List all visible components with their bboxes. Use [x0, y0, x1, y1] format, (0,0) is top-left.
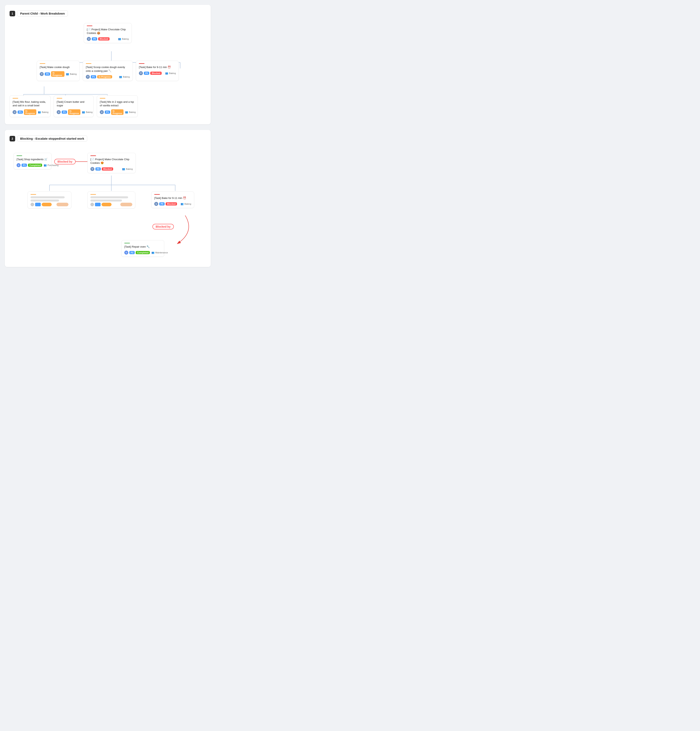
l1c2-footer: U P0 Blocked 👥 Baking: [139, 71, 176, 75]
l1c2-left: U P0 Blocked: [139, 71, 161, 75]
root-priority-badge: P0: [92, 37, 97, 41]
bake-team-icon: 👥: [181, 203, 183, 205]
root-avatar: U: [87, 37, 91, 41]
row1: [Task] Shop ingredients 🛒 U P1 Completed…: [13, 153, 51, 169]
l1c2-team: 👥 Baking: [165, 72, 176, 75]
l2c1-team-label: Baking: [86, 111, 92, 113]
connector-spacer-2: [10, 81, 206, 95]
l2c1-team: 👥 Baking: [82, 111, 92, 113]
repair-card-wrap: [Task] Repair oven 🔧 U P2 Completed 👥 Ma…: [121, 240, 164, 257]
bake-left: U P0 Blocked: [154, 202, 177, 206]
l1c0-priority: P0: [45, 72, 50, 76]
root-team-icon: 👥: [118, 38, 121, 40]
bc2-status-bar: [101, 203, 112, 206]
level1-card-0[interactable]: [Task] Make cookie dough U P0 In Progres…: [37, 61, 79, 81]
level2-card-2[interactable]: [Task] Mix in 2 eggs and a tsp of vanill…: [97, 95, 138, 117]
l1c1-title: [Task] Scoop cookie dough evenly onto a …: [86, 65, 130, 73]
blocked-by-label-2: Blocked by: [153, 224, 174, 229]
l1c2-team-label: Baking: [169, 72, 176, 75]
bc1-line1: [31, 196, 65, 198]
repair-team-icon: 👥: [151, 251, 154, 254]
l1c1-avatar: U: [86, 75, 90, 79]
l2c0-status: In Progress: [24, 109, 36, 115]
bc1-priority-bar: [35, 203, 41, 206]
root-row: [📄 Project] Make Chocolate Chip Cookies …: [10, 23, 206, 43]
bc1-accent: [31, 194, 36, 195]
bc1-line2: [31, 200, 59, 201]
section1-title: Parent Child - Work Breakdown: [17, 10, 68, 16]
blurred-card-1: [28, 192, 72, 208]
bc2-right: [120, 203, 132, 206]
section2-title: Blocking - Escalate stopped/not started …: [17, 135, 87, 142]
shop-team-icon: 👥: [44, 164, 47, 167]
shop-accent: [16, 156, 22, 156]
bc2-footer: [90, 203, 132, 206]
shop-card[interactable]: [Task] Shop ingredients 🛒 U P1 Completed…: [13, 153, 51, 169]
level1-card-1[interactable]: [Task] Scoop cookie dough evenly onto a …: [83, 61, 133, 81]
l2c2-footer: U P1 In Progress 👥 Baking: [100, 109, 135, 115]
bc1-right: [56, 203, 69, 206]
l2c2-status: In Progress: [111, 109, 123, 115]
level2-card-0[interactable]: [Task] Mix flour, baking soda, and salt …: [10, 95, 50, 117]
bake-team-label: Baking: [184, 203, 191, 205]
l2c0-title: [Task] Mix flour, baking soda, and salt …: [13, 100, 47, 107]
root-card-left: U P0 Blocked: [87, 37, 110, 41]
l1c2-accent: [139, 63, 144, 64]
level1-row: [Task] Make cookie dough U P0 In Progres…: [10, 61, 206, 81]
l1c2-avatar: U: [139, 71, 143, 75]
l2c2-title: [Task] Mix in 2 eggs and a tsp of vanill…: [100, 100, 135, 107]
level2-card-1[interactable]: [Task] Cream butter and sugar U P1 In Pr…: [54, 95, 94, 117]
l2c1-accent: [57, 98, 62, 98]
section2-header: 2 Blocking - Escalate stopped/not starte…: [10, 135, 206, 142]
l2c1-priority: P1: [62, 110, 67, 114]
bake-title: [Task] Bake for 9-11 min ⏰: [154, 196, 191, 200]
bake-priority: P0: [159, 202, 164, 206]
project-priority: P0: [95, 167, 101, 170]
l1c0-team: 👥 Baking: [66, 73, 76, 75]
bc2-accent: [90, 194, 96, 195]
section2: 2 Blocking - Escalate stopped/not starte…: [5, 130, 211, 267]
project-card[interactable]: [📄 Project] Make Chocolate Chip Cookies …: [87, 153, 136, 173]
l2c0-team-label: Baking: [42, 111, 48, 113]
l2c0-left: U P1 In Progress: [13, 109, 36, 115]
repair-priority: P2: [129, 251, 135, 254]
l2c2-team-icon: 👥: [125, 111, 128, 113]
project-team-icon: 👥: [122, 167, 125, 170]
shop-footer: U P1 Completed 👥 Purchasing: [16, 163, 48, 167]
repair-avatar: U: [124, 251, 128, 255]
project-title: [📄 Project] Make Chocolate Chip Cookies …: [90, 158, 133, 165]
project-status: Blocked: [102, 167, 113, 170]
l2c0-footer: U P1 In Progress 👥 Baking: [13, 109, 47, 115]
root-card[interactable]: [📄 Project] Make Chocolate Chip Cookies …: [84, 23, 132, 43]
l1c0-accent: [40, 63, 45, 64]
l2c1-avatar: U: [57, 110, 61, 114]
l1c0-team-label: Baking: [70, 73, 76, 75]
bake-footer: U P0 Blocked 👥 Baking: [154, 202, 191, 206]
shop-title: [Task] Shop ingredients 🛒: [16, 158, 48, 161]
level1-card-2[interactable]: [Task] Bake for 9-11 min ⏰ U P0 Blocked …: [136, 61, 179, 81]
bc1-footer: [31, 203, 69, 206]
blurred-card-2: [87, 192, 135, 208]
shop-team-label: Purchasing: [47, 164, 59, 166]
l1c0-left: U P0 In Progress: [40, 71, 65, 77]
section1: 1 Parent Child - Work Breakdown: [5, 5, 211, 124]
l1c2-status: Blocked: [150, 72, 161, 75]
l1c2-team-icon: 👥: [165, 72, 168, 75]
project-footer: U P0 Blocked 👥 Baking: [90, 167, 133, 171]
level2-row: [Task] Mix flour, baking soda, and salt …: [10, 95, 206, 117]
bake-accent: [154, 194, 160, 195]
l1c0-title: [Task] Make cookie dough: [40, 65, 76, 69]
l2c2-team-label: Baking: [129, 111, 136, 113]
bc2-left: [90, 203, 112, 206]
root-team-label: Baking: [122, 38, 129, 40]
l2c0-team-icon: 👥: [38, 111, 41, 113]
repair-card[interactable]: [Task] Repair oven 🔧 U P2 Completed 👥 Ma…: [121, 240, 164, 257]
l1c1-accent: [86, 63, 91, 64]
project-card-wrap: [📄 Project] Make Chocolate Chip Cookies …: [87, 153, 136, 173]
bake-card-wrap: [Task] Bake for 9-11 min ⏰ U P0 Blocked …: [151, 192, 194, 208]
bake-card[interactable]: [Task] Bake for 9-11 min ⏰ U P0 Blocked …: [151, 192, 194, 208]
repair-team-label: Maintenance: [155, 251, 168, 254]
l1c1-team-icon: 👥: [119, 75, 122, 78]
bake-avatar: U: [154, 202, 158, 206]
bc2-team-bar: [120, 203, 132, 206]
